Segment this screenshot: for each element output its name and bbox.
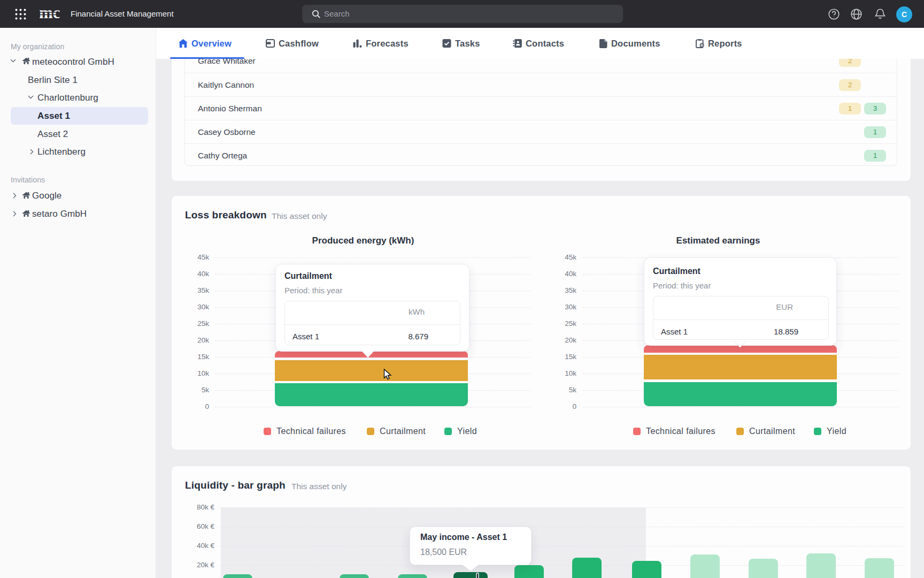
svg-text:mc: mc — [40, 6, 60, 21]
